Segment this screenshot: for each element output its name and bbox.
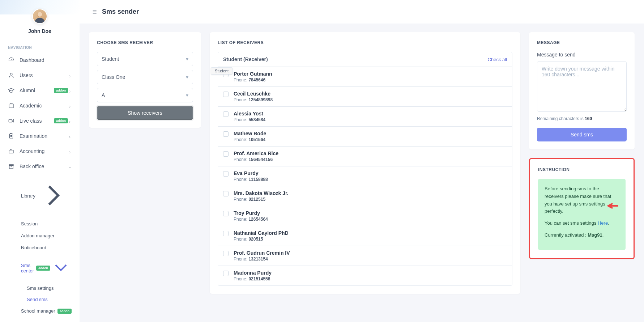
section-select[interactable]: A ▾ bbox=[97, 88, 193, 102]
class-select[interactable]: Class One ▾ bbox=[97, 70, 193, 84]
select-value: Student bbox=[102, 56, 119, 62]
svg-rect-4 bbox=[9, 104, 13, 108]
receiver-name: Eva Purdy bbox=[234, 170, 507, 176]
card-title: LIST OF RECEIVERS bbox=[218, 40, 512, 45]
nav-label: Accounting bbox=[20, 148, 68, 154]
svg-point-3 bbox=[10, 73, 12, 75]
remaining-count: 160 bbox=[585, 116, 592, 121]
sidebar-item-noticeboard[interactable]: Noticeboard bbox=[7, 242, 80, 254]
addon-badge: addon bbox=[36, 266, 50, 271]
receiver-checkbox[interactable] bbox=[223, 271, 229, 276]
tooltip: Student bbox=[211, 67, 233, 75]
graduation-icon bbox=[8, 87, 14, 94]
nav-alumni[interactable]: Alumni addon bbox=[0, 83, 80, 98]
nav-label: Users bbox=[20, 72, 68, 78]
receiver-row: Prof. Gudrun Cremin IVPhone: 13213154 bbox=[218, 246, 512, 266]
send-sms-button[interactable]: Send sms bbox=[537, 128, 627, 141]
nav-label: Alumni bbox=[20, 88, 52, 93]
receiver-phone: Phone: 11158888 bbox=[234, 177, 507, 182]
arrow-annotation-icon bbox=[606, 203, 618, 212]
nav-label: Sms center bbox=[21, 263, 34, 274]
select-value: Class One bbox=[102, 74, 125, 80]
sidebar-item-school-manager[interactable]: School manager addon bbox=[7, 305, 80, 317]
receiver-checkbox[interactable] bbox=[223, 231, 229, 236]
receiver-checkbox[interactable] bbox=[223, 131, 229, 137]
user-icon bbox=[8, 72, 14, 79]
activated-provider: Msg91 bbox=[588, 232, 602, 238]
receiver-checkbox[interactable] bbox=[223, 171, 229, 177]
nav-academic[interactable]: Academic bbox=[0, 98, 80, 113]
receiver-info: Mrs. Dakota Wisozk Jr.Phone: 0212515 bbox=[234, 190, 507, 202]
backoffice-children: Library Session Addon manager Noticeboar… bbox=[0, 174, 80, 317]
nav-examination[interactable]: Examination bbox=[0, 128, 80, 144]
nav-dashboard[interactable]: Dashboard bbox=[0, 52, 80, 68]
receiver-name: Nathanial Gaylord PhD bbox=[234, 230, 507, 236]
receiver-phone: Phone: 1564544156 bbox=[234, 157, 507, 162]
svg-rect-5 bbox=[9, 119, 12, 122]
receiver-info: Eva PurdyPhone: 11158888 bbox=[234, 170, 507, 182]
nav-label: Library bbox=[21, 193, 35, 199]
sms-settings-link[interactable]: Here bbox=[598, 220, 608, 226]
chevron-right-icon bbox=[68, 119, 72, 123]
message-textarea[interactable] bbox=[537, 61, 627, 112]
chevron-right-icon bbox=[68, 134, 72, 138]
instruction-alert: Before sending sms to the receivers plea… bbox=[538, 179, 626, 250]
chevron-right-icon bbox=[68, 89, 72, 92]
receiver-phone: Phone: 1051564 bbox=[234, 137, 507, 142]
chevron-right-icon bbox=[68, 104, 72, 107]
nav-liveclass[interactable]: Live class addon bbox=[0, 113, 80, 128]
receiver-name: Troy Purdy bbox=[234, 210, 507, 216]
receiver-phone: Phone: 13213154 bbox=[234, 257, 507, 262]
sidebar-item-addon-manager[interactable]: Addon manager bbox=[7, 230, 80, 242]
receiver-checkbox[interactable] bbox=[223, 211, 229, 216]
receiver-phone: Phone: 1254899898 bbox=[234, 97, 507, 102]
receiver-list: Porter GutmannPhone: 7845646Cecil Leusch… bbox=[218, 67, 512, 286]
archive-icon bbox=[8, 163, 14, 170]
receiver-row: Cecil LeuschkePhone: 1254899898 bbox=[218, 87, 512, 107]
receiver-name: Madonna Purdy bbox=[234, 270, 507, 276]
main-content: Sms sender CHOOSE SMS RECEIVER Student ▾… bbox=[80, 0, 644, 322]
receiver-row: Madonna PurdyPhone: 021514558 bbox=[218, 266, 512, 285]
receiver-checkbox[interactable] bbox=[223, 151, 229, 157]
sidebar-item-sms-center[interactable]: Sms center addon bbox=[7, 254, 80, 283]
nav-backoffice[interactable]: Back office bbox=[0, 159, 80, 174]
receiver-row: Alessia YostPhone: 5584584 bbox=[218, 107, 512, 127]
sidebar-item-sms-settings[interactable]: Sms settings bbox=[7, 283, 80, 294]
nav-label: Live class bbox=[20, 118, 52, 124]
nav-section-label: NAVIGATION bbox=[0, 40, 80, 52]
chevron-right-icon bbox=[68, 73, 72, 77]
nav-label: School manager bbox=[21, 308, 55, 314]
nav-accounting[interactable]: Accounting bbox=[0, 144, 80, 159]
remaining-text: Remaining characters is bbox=[537, 116, 585, 121]
receiver-checkbox[interactable] bbox=[223, 191, 229, 196]
nav-label: Academic bbox=[20, 103, 68, 109]
caret-down-icon: ▾ bbox=[186, 92, 188, 98]
svg-point-2 bbox=[38, 12, 42, 17]
check-all-link[interactable]: Check all bbox=[488, 57, 507, 62]
chevron-right-icon bbox=[35, 177, 72, 215]
sidebar-item-library[interactable]: Library bbox=[7, 174, 80, 218]
receiver-phone: Phone: 5584584 bbox=[234, 117, 507, 122]
receiver-name: Prof. America Rice bbox=[234, 151, 507, 156]
nav-users[interactable]: Users bbox=[0, 68, 80, 83]
receiver-name: Cecil Leuschke bbox=[234, 91, 507, 97]
card-title: MESSAGE bbox=[537, 40, 627, 45]
receiver-info: Alessia YostPhone: 5584584 bbox=[234, 111, 507, 122]
receiver-checkbox[interactable] bbox=[223, 111, 229, 117]
sidebar-item-session[interactable]: Session bbox=[7, 218, 80, 230]
choose-receiver-card: CHOOSE SMS RECEIVER Student ▾ Student Cl… bbox=[89, 32, 201, 128]
receiver-checkbox[interactable] bbox=[223, 251, 229, 256]
clipboard-icon bbox=[8, 133, 14, 139]
receiver-checkbox[interactable] bbox=[223, 92, 229, 97]
message-label: Message to send bbox=[537, 52, 627, 58]
receiver-info: Troy PurdyPhone: 12654564 bbox=[234, 210, 507, 222]
show-receivers-button[interactable]: Show receivers bbox=[97, 106, 193, 120]
sidebar: John Doe NAVIGATION Dashboard Users Alum… bbox=[0, 0, 80, 322]
sidebar-item-send-sms[interactable]: Send sms bbox=[7, 294, 80, 305]
instruction-line2: You can set sms settings Here. bbox=[545, 220, 619, 227]
instruction-card: INSTRUCTION Before sending sms to the re… bbox=[529, 158, 635, 259]
receiver-phone: Phone: 020515 bbox=[234, 237, 507, 242]
receiver-info: Madonna PurdyPhone: 021514558 bbox=[234, 270, 507, 281]
receiver-type-select[interactable]: Student ▾ Student bbox=[97, 52, 193, 66]
avatar[interactable] bbox=[32, 9, 47, 24]
